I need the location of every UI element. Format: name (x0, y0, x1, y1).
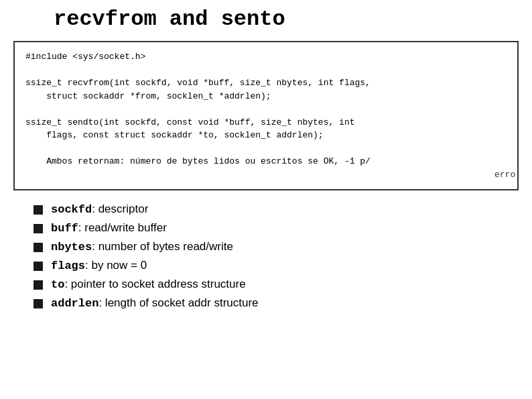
keyword-flags: flags (51, 260, 85, 272)
bullet-text-2: buff: read/write buffer (51, 221, 167, 235)
bullet-icon (34, 243, 43, 252)
bullet-list: sockfd: descriptor buff: read/write buff… (13, 196, 519, 310)
page: recvfrom and sento #include <sys/socket.… (0, 0, 532, 399)
text-sockfd: : descriptor (92, 203, 148, 215)
bullet-text-6: addrlen: length of socket addr structure (51, 296, 259, 310)
page-title: recvfrom and sento (13, 7, 519, 32)
list-item: buff: read/write buffer (34, 221, 505, 235)
text-addrlen: : length of socket addr structure (98, 296, 258, 309)
bullet-text-5: to: pointer to socket address structure (51, 278, 246, 291)
sendto-line1: ssize_t sendto(int sockfd, const void *b… (25, 116, 507, 129)
keyword-to: to (51, 278, 64, 291)
bullet-icon (34, 299, 43, 308)
erro-note: erro (25, 168, 507, 182)
keyword-nbytes: nbytes (51, 241, 92, 253)
bullet-text-3: nbytes: number of bytes read/write (51, 240, 233, 253)
text-to: : pointer to socket address structure (64, 278, 245, 290)
list-item: sockfd: descriptor (34, 203, 505, 216)
bullet-text-4: flags: by now = 0 (51, 259, 147, 272)
list-item: nbytes: number of bytes read/write (34, 240, 505, 253)
text-buff: : read/write buffer (78, 221, 167, 234)
text-flags: : by now = 0 (85, 259, 147, 272)
list-item: to: pointer to socket address structure (34, 278, 505, 291)
ambos-line: Ambos retornam: número de bytes lidos ou… (25, 155, 507, 168)
keyword-addrlen: addrlen (51, 297, 98, 310)
bullet-text-1: sockfd: descriptor (51, 203, 148, 216)
sendto-line2: flags, const struct sockaddr *to, sockle… (25, 129, 507, 142)
bullet-icon (34, 262, 43, 271)
keyword-sockfd: sockfd (51, 203, 92, 216)
recvfrom-line1: ssize_t recvfrom(int sockfd, void *buff,… (25, 76, 507, 90)
keyword-buff: buff (51, 222, 78, 235)
list-item: flags: by now = 0 (34, 259, 505, 272)
bullet-icon (34, 205, 43, 215)
text-nbytes: : number of bytes read/write (92, 240, 233, 253)
list-item: addrlen: length of socket addr structure (34, 296, 505, 310)
bullet-icon (34, 280, 43, 290)
recvfrom-line2: struct sockaddr *from, socklen_t *addrle… (25, 90, 507, 103)
include-line: #include <sys/socket.h> (25, 50, 507, 64)
bullet-icon (34, 224, 43, 233)
code-block: #include <sys/socket.h> ssize_t recvfrom… (13, 41, 519, 190)
